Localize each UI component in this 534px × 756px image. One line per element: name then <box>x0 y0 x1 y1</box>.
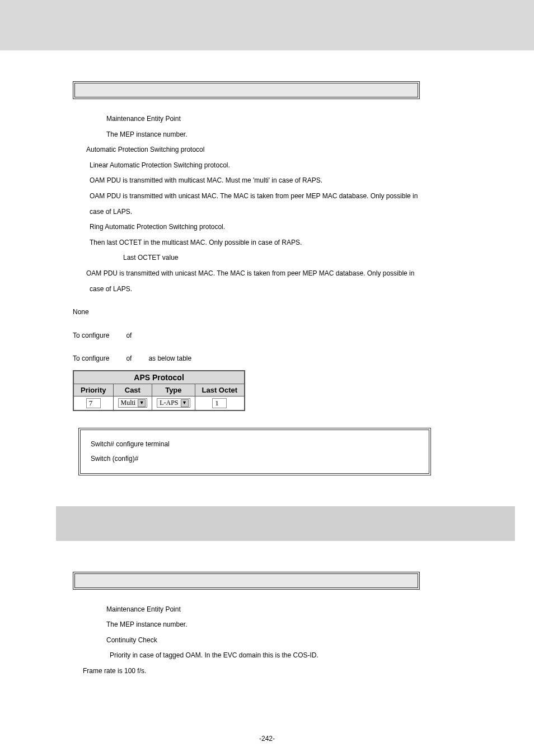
definitions-block-2: Maintenance Entity Point The MEP instanc… <box>73 602 478 679</box>
def2-frame-rate: Frame rate is 100 f/s. <box>83 664 478 679</box>
cli-line-2: Switch (config)# <box>91 451 419 466</box>
toconfigure-1: To configure of <box>73 328 478 344</box>
def-lastoctet-intro: Then last OCTET in the multicast MAC. On… <box>90 235 478 251</box>
def-instance: The MEP instance number. <box>106 127 478 143</box>
toconf1-a: To configure <box>73 332 109 339</box>
toconf2-c: as below table <box>148 354 191 362</box>
def-mep: Maintenance Entity Point <box>106 111 478 127</box>
aps-table-row: 7 Multi ▼ L-APS ▼ 1 <box>73 396 245 410</box>
def-multicast: OAM PDU is transmitted with multicast MA… <box>90 173 478 189</box>
toconf1-b: of <box>126 332 132 339</box>
page-content: Maintenance Entity Point The MEP instanc… <box>0 50 534 679</box>
aps-header-priority: Priority <box>73 384 113 396</box>
cli-line-1: Switch# configure terminal <box>91 437 419 451</box>
toconfigure-2: To configure of as below table <box>73 351 478 367</box>
type-value: L-APS <box>160 399 178 407</box>
cast-value: Multi <box>121 399 136 407</box>
syntax-box-2 <box>73 572 420 590</box>
page-number: -242- <box>0 735 534 743</box>
cli-example-box: Switch# configure terminal Switch (confi… <box>78 428 431 475</box>
toconf2-b: of <box>126 354 132 362</box>
def2-priority: Priority in case of tagged OAM. In the E… <box>110 648 478 664</box>
def-ring: Ring Automatic Protection Switching prot… <box>90 220 478 235</box>
page-header-bar <box>0 0 534 50</box>
aps-header-lastoctet: Last Octet <box>195 384 245 396</box>
aps-table-title: APS Protocol <box>73 371 245 384</box>
type-dropdown[interactable]: L-APS ▼ <box>157 398 190 408</box>
def-aps: Automatic Protection Switching protocol <box>86 142 478 158</box>
def-lastoctet-label: Last OCTET value <box>123 250 478 266</box>
def-unicast2-a: OAM PDU is transmitted with unicast MAC.… <box>86 266 478 282</box>
toconf2-a: To configure <box>73 354 109 362</box>
def2-mep: Maintenance Entity Point <box>106 602 478 618</box>
definitions-block-1: Maintenance Entity Point The MEP instanc… <box>73 111 478 297</box>
def-unicast-b: case of LAPS. <box>90 204 478 220</box>
priority-input[interactable]: 7 <box>86 398 101 408</box>
none-line: None <box>73 305 478 320</box>
aps-header-cast: Cast <box>113 384 152 396</box>
def2-cc: Continuity Check <box>106 633 478 648</box>
section-divider-bar <box>56 506 515 541</box>
syntax-box-1 <box>73 81 420 99</box>
cast-dropdown[interactable]: Multi ▼ <box>118 398 148 408</box>
chevron-down-icon: ▼ <box>138 399 146 407</box>
aps-protocol-table: APS Protocol Priority Cast Type Last Oct… <box>73 370 245 411</box>
chevron-down-icon: ▼ <box>181 399 189 407</box>
def2-instance: The MEP instance number. <box>106 617 478 633</box>
lastoctet-input[interactable]: 1 <box>212 398 227 408</box>
def-unicast-a: OAM PDU is transmitted with unicast MAC.… <box>90 189 478 204</box>
aps-header-type: Type <box>152 384 195 396</box>
def-linear: Linear Automatic Protection Switching pr… <box>90 158 478 174</box>
def-unicast2-b: case of LAPS. <box>90 282 478 297</box>
